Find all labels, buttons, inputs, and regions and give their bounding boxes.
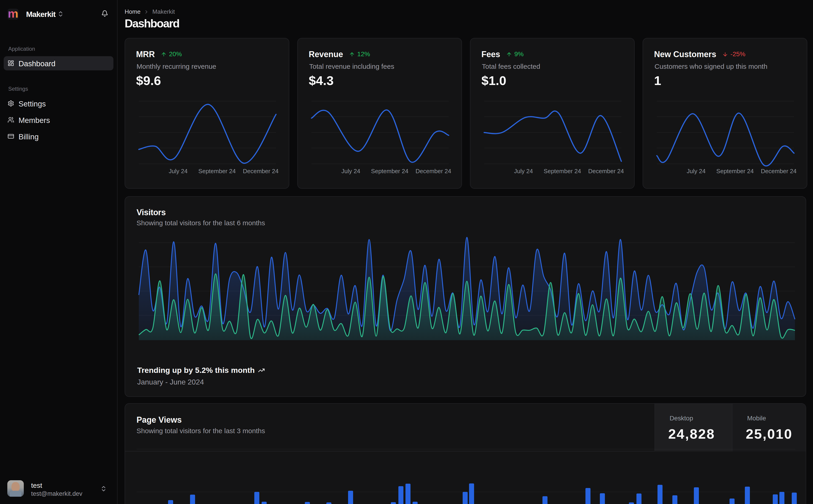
- svg-text:December 24: December 24: [243, 168, 279, 175]
- svg-text:September 24: September 24: [716, 168, 754, 175]
- svg-text:September 24: September 24: [198, 168, 236, 175]
- svg-text:December 24: December 24: [588, 168, 624, 175]
- svg-text:July 24: July 24: [687, 168, 706, 175]
- svg-text:July 24: July 24: [514, 168, 533, 175]
- svg-text:December 24: December 24: [416, 168, 451, 175]
- svg-text:July 24: July 24: [169, 168, 187, 175]
- svg-text:September 24: September 24: [371, 168, 408, 175]
- svg-text:July 24: July 24: [341, 168, 360, 175]
- svg-text:September 24: September 24: [543, 168, 581, 175]
- svg-text:m: m: [8, 9, 18, 20]
- svg-text:December 24: December 24: [761, 168, 797, 175]
